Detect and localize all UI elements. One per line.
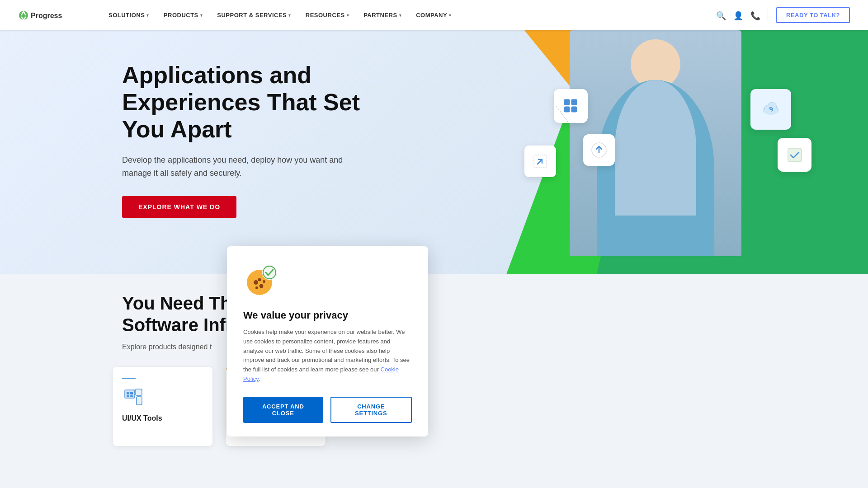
hero-content: Applications and Experiences That Set Yo…: [122, 62, 371, 218]
svg-rect-4: [564, 107, 570, 112]
svg-rect-13: [125, 390, 135, 398]
svg-rect-14: [127, 392, 129, 394]
svg-rect-17: [130, 395, 133, 397]
svg-point-27: [254, 280, 258, 285]
chevron-down-icon: ▾: [200, 13, 203, 18]
hero-title: Applications and Experiences That Set Yo…: [122, 62, 371, 143]
change-settings-button[interactable]: CHANGE SETTINGS: [330, 397, 412, 423]
cookie-icon-wrap: [243, 263, 412, 300]
svg-rect-18: [136, 389, 142, 395]
nav-products[interactable]: PRODUCTS ▾: [164, 12, 203, 19]
card-accent: [122, 378, 136, 379]
svg-point-29: [258, 278, 261, 282]
svg-rect-16: [127, 395, 129, 397]
nav-partners[interactable]: PARTNERS ▾: [363, 12, 401, 19]
nav-resources[interactable]: RESOURCES ▾: [306, 12, 349, 19]
float-icon-checklist: [778, 138, 811, 172]
cookie-banner: We value your privacy Cookies help make …: [227, 246, 428, 436]
svg-point-30: [263, 280, 265, 283]
svg-rect-19: [137, 397, 142, 405]
nav-support[interactable]: SUPPORT & SERVICES ▾: [217, 12, 291, 19]
nav-company[interactable]: COMPANY ▾: [416, 12, 451, 19]
logo[interactable]: Progress: [18, 7, 81, 24]
nav-actions: 🔍 👤 📞 READY TO TALK?: [716, 7, 850, 23]
accept-and-close-button[interactable]: ACCEPT AND CLOSE: [243, 397, 323, 423]
float-icon-grid: [554, 89, 588, 123]
chevron-down-icon: ▾: [288, 13, 291, 18]
float-icon-cloud: [750, 89, 791, 130]
uiux-icon: [122, 385, 145, 408]
svg-point-33: [263, 266, 276, 279]
svg-point-9: [770, 108, 772, 110]
float-icon-upload: [583, 134, 615, 166]
chevron-down-icon: ▾: [347, 13, 349, 18]
svg-rect-5: [571, 107, 577, 112]
ready-to-talk-button[interactable]: READY TO TALK?: [776, 7, 850, 23]
float-icon-expand: [524, 145, 556, 177]
nav-solutions[interactable]: SOLUTIONS ▾: [108, 12, 149, 19]
cookie-title: We value your privacy: [243, 310, 412, 321]
nav-links: SOLUTIONS ▾ PRODUCTS ▾ SUPPORT & SERVICE…: [108, 12, 716, 19]
svg-text:Progress: Progress: [31, 12, 62, 19]
hero-background: [461, 30, 868, 274]
svg-rect-15: [130, 392, 133, 394]
cookie-icon: [243, 263, 279, 299]
explore-button[interactable]: EXPLORE WHAT WE DO: [122, 196, 236, 218]
search-icon[interactable]: 🔍: [716, 11, 725, 20]
phone-icon[interactable]: 📞: [750, 11, 760, 20]
user-icon[interactable]: 👤: [733, 11, 742, 20]
chevron-down-icon: ▾: [146, 13, 149, 18]
cookie-buttons: ACCEPT AND CLOSE CHANGE SETTINGS: [243, 397, 412, 423]
svg-point-31: [255, 286, 258, 289]
section2: You Need The RightSoftware Infrastructur…: [0, 274, 868, 488]
chevron-down-icon: ▾: [449, 13, 452, 18]
uiux-label: UI/UX Tools: [122, 414, 162, 422]
uiux-card: UI/UX Tools: [113, 367, 212, 446]
svg-point-28: [259, 284, 264, 288]
cookie-body: Cookies help make your experience on our…: [243, 328, 412, 384]
svg-rect-10: [788, 148, 802, 162]
chevron-down-icon: ▾: [399, 13, 402, 18]
navbar: Progress SOLUTIONS ▾ PRODUCTS ▾ SUPPORT …: [0, 0, 868, 30]
hero-section: Applications and Experiences That Set Yo…: [0, 30, 868, 274]
person-shirt: [615, 80, 696, 216]
svg-rect-3: [571, 99, 577, 105]
svg-rect-2: [564, 99, 570, 105]
hero-subtitle: Develop the applications you need, deplo…: [122, 154, 371, 180]
